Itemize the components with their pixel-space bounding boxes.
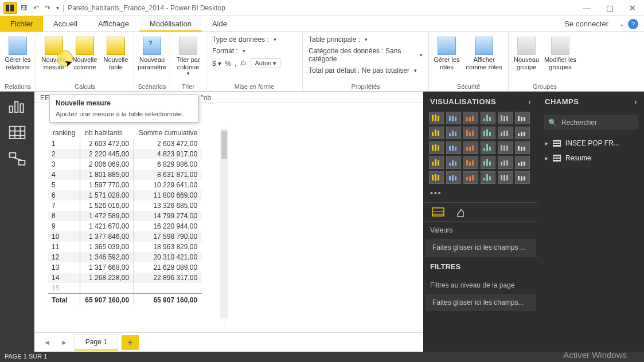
visual-type-tile[interactable] [463, 127, 478, 139]
help-icon[interactable]: ? [628, 19, 638, 29]
report-view-button[interactable] [8, 99, 26, 113]
thousands-icon[interactable]: , [235, 60, 236, 68]
visual-type-tile[interactable] [481, 141, 495, 154]
auto-format-box[interactable]: Auton ▾ [251, 58, 280, 68]
table-row[interactable]: 51 597 770,0010 229 641,00 [48, 180, 202, 190]
visual-type-tile[interactable] [481, 112, 495, 124]
close-button[interactable]: ✕ [621, 0, 644, 16]
more-visuals-button[interactable]: ••• [423, 187, 538, 202]
visual-type-tile[interactable] [463, 156, 478, 169]
table-row[interactable]: 131 317 668,0021 628 089,00 [48, 262, 202, 273]
next-page-button[interactable]: ► [57, 339, 71, 347]
tab-modelisation[interactable]: Modélisation [139, 16, 202, 32]
table-row[interactable]: 101 377 846,0017 598 790,00 [48, 231, 202, 242]
tab-file[interactable]: Fichier [0, 16, 43, 32]
visual-type-tile[interactable] [429, 127, 444, 139]
visual-type-tile[interactable] [429, 112, 444, 124]
visual-type-tile[interactable] [446, 127, 461, 139]
table-row[interactable]: 22 220 445,004 823 917,00 [48, 149, 202, 159]
visual-type-tile[interactable] [481, 127, 495, 139]
table-row[interactable]: 111 365 039,0018 963 829,00 [48, 242, 202, 252]
tab-accueil[interactable]: Accueil [43, 16, 88, 32]
table-row[interactable]: 71 526 016,0013 326 685,00 [48, 200, 202, 211]
field-table-insee[interactable]: ▸ INSEE POP FR... [538, 136, 644, 151]
visual-type-tile[interactable] [515, 171, 530, 184]
redo-icon[interactable]: ↷ [45, 4, 50, 12]
dropdown-icon[interactable]: ▾ [414, 68, 417, 73]
visual-type-tile[interactable] [463, 171, 478, 184]
visual-type-tile[interactable] [446, 141, 461, 154]
signin-button[interactable]: Se connecter [554, 16, 619, 32]
model-view-button[interactable] [8, 151, 26, 166]
visualizations-header[interactable]: VISUALISATIONS› [423, 92, 538, 112]
edit-groups-button[interactable]: Modifier les groupes [543, 34, 577, 70]
visual-type-tile[interactable] [481, 171, 495, 184]
manage-relations-button[interactable]: Gérer les relations [3, 34, 32, 70]
fields-header[interactable]: CHAMPS› [538, 92, 644, 112]
visual-type-tile[interactable] [498, 171, 513, 184]
visual-type-tile[interactable] [446, 171, 461, 184]
table-row[interactable]: 12 603 472,002 603 472,00 [48, 139, 202, 149]
visual-type-tile[interactable] [515, 141, 530, 154]
data-view-button[interactable] [8, 125, 26, 140]
visual-type-tile[interactable] [498, 127, 513, 139]
add-page-button[interactable]: + [122, 335, 139, 350]
visual-type-tile[interactable] [446, 112, 461, 124]
new-group-button[interactable]: Nouveau groupe [512, 34, 541, 70]
dropdown-icon[interactable]: ▾ [365, 37, 368, 42]
table-visual[interactable]: ranking nb habitants Somme cumulative 12… [48, 127, 226, 328]
col-habitants[interactable]: nb habitants [80, 127, 134, 139]
table-row[interactable]: 91 421 670,0016 220 944,00 [48, 221, 202, 231]
report-canvas[interactable]: EE POP FRA 2014' ; 'INSEE POP FRA 2014'[… [34, 92, 423, 352]
visual-type-tile[interactable] [498, 112, 513, 124]
sort-by-column-button[interactable]: Trier par colonne▾ [174, 34, 202, 77]
table-row[interactable]: 121 346 592,0020 310 421,00 [48, 252, 202, 262]
view-as-roles-button[interactable]: Afficher comme rôles [463, 34, 505, 70]
visual-type-tile[interactable] [515, 127, 530, 139]
new-column-button[interactable]: Nouvelle colonne [71, 34, 99, 70]
visual-type-tile[interactable] [515, 112, 530, 124]
undo-icon[interactable]: ↶ [33, 4, 39, 12]
dropdown-icon[interactable]: ▾ [243, 48, 245, 54]
values-dropzone[interactable]: Faites glisser ici les champs ... [426, 239, 536, 256]
visual-type-tile[interactable] [498, 156, 513, 169]
vertical-scrollbar[interactable] [220, 129, 228, 318]
table-row[interactable]: 32 006 069,006 829 986,00 [48, 159, 202, 170]
visual-type-tile[interactable] [515, 156, 530, 169]
col-ranking[interactable]: ranking [48, 127, 80, 139]
table-row[interactable]: 61 571 028,0011 800 669,00 [48, 190, 202, 200]
format-tab-icon[interactable] [455, 206, 469, 218]
page-tab-1[interactable]: Page 1 [75, 334, 118, 351]
decimal-icon[interactable]: .0↕ [240, 60, 247, 66]
chevron-down-icon[interactable]: ⌄ [619, 16, 625, 32]
manage-roles-button[interactable]: Gérer les rôles [432, 34, 461, 70]
new-table-button[interactable]: Nouvelle table [102, 34, 130, 70]
visual-type-tile[interactable] [446, 156, 461, 169]
visual-type-tile[interactable] [429, 171, 444, 184]
new-measure-button[interactable]: Nouvelle mesure [40, 34, 68, 70]
field-table-resume[interactable]: ▸ Resume [538, 151, 644, 166]
percent-icon[interactable]: % [225, 60, 231, 68]
visual-type-tile[interactable] [429, 141, 444, 154]
dropdown-icon[interactable]: ▾ [420, 52, 423, 58]
visual-type-tile[interactable] [481, 156, 495, 169]
visual-type-tile[interactable] [463, 141, 478, 154]
visual-type-tile[interactable] [498, 141, 513, 154]
prev-page-button[interactable]: ◄ [40, 339, 54, 347]
tab-affichage[interactable]: Affichage [88, 16, 139, 32]
new-parameter-button[interactable]: ?Nouveau paramètre [138, 34, 166, 70]
table-row[interactable]: 41 801 885,008 631 871,00 [48, 170, 202, 180]
visual-type-tile[interactable] [429, 156, 444, 169]
fields-tab-icon[interactable] [431, 206, 445, 218]
save-icon[interactable]: 🖫 [21, 4, 28, 12]
currency-icon[interactable]: $ ▾ [212, 60, 221, 68]
table-row[interactable]: 141 268 228,0022 896 317,00 [48, 273, 202, 283]
visual-type-tile[interactable] [463, 112, 478, 124]
col-cumulative[interactable]: Somme cumulative [134, 127, 202, 139]
page-filters-dropzone[interactable]: Faites glisser ici les champs... [426, 294, 536, 311]
qat-dropdown-icon[interactable]: ▾ [56, 5, 59, 11]
minimize-button[interactable]: — [575, 0, 598, 16]
table-row[interactable]: 81 472 589,0014 799 274,00 [48, 211, 202, 221]
tab-aide[interactable]: Aide [202, 16, 237, 32]
fields-search[interactable]: 🔍 Rechercher [544, 115, 638, 130]
